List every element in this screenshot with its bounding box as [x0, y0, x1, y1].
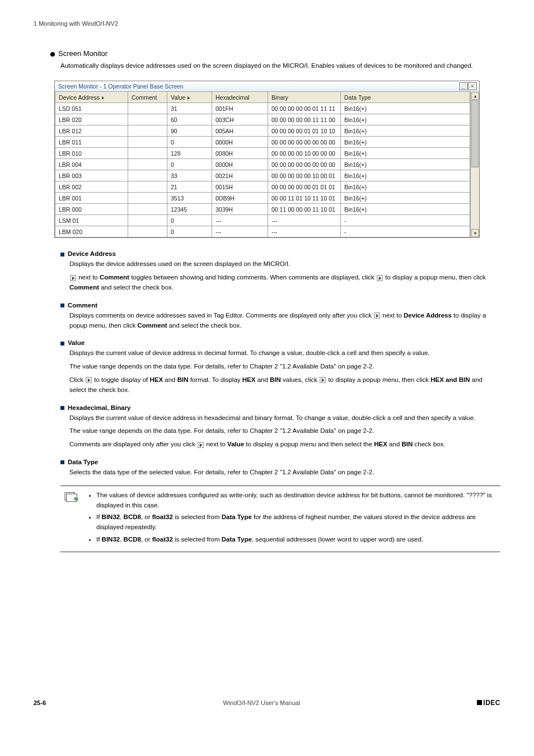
cell-value[interactable]: 0 [167, 215, 212, 226]
cell-comment[interactable] [128, 159, 167, 170]
cell-addr[interactable]: LBR 004 [55, 159, 128, 170]
cell-addr[interactable]: LBR 010 [55, 148, 128, 159]
cell-bin[interactable]: --- [268, 215, 341, 226]
cell-value[interactable]: 0 [167, 137, 212, 148]
cell-hex[interactable]: 0015H [212, 181, 268, 193]
scrollbar[interactable]: ▴ ▾ [470, 91, 479, 237]
cell-bin[interactable]: 00 00 00 00 01 01 10 10 [268, 125, 341, 137]
cell-bin[interactable]: 00 00 00 00 00 11 11 00 [268, 114, 341, 125]
cell-hex[interactable]: 0021H [212, 170, 268, 181]
cell-addr[interactable]: LBM 020 [55, 226, 128, 237]
cell-value[interactable]: 31 [167, 103, 212, 114]
cell-comment[interactable] [128, 181, 167, 193]
cell-bin[interactable]: 00 00 11 01 10 11 10 01 [268, 193, 341, 204]
cell-addr[interactable]: LBR 003 [55, 170, 128, 181]
cell-value[interactable]: 12345 [167, 204, 212, 215]
scroll-up-icon[interactable]: ▴ [471, 92, 479, 100]
cell-hex[interactable]: 001FH [212, 103, 268, 114]
cell-dtype[interactable]: - [341, 215, 470, 226]
cell-addr[interactable]: LSD 051 [55, 103, 128, 114]
cell-dtype[interactable]: Bin16(+) [341, 137, 470, 148]
cell-hex[interactable]: --- [212, 215, 268, 226]
cell-value[interactable]: 0 [167, 159, 212, 170]
cell-addr[interactable]: LBR 020 [55, 114, 128, 125]
cell-hex[interactable]: --- [212, 226, 268, 237]
cell-hex[interactable]: 0000H [212, 159, 268, 170]
table-row[interactable]: LBM 0200------- [55, 226, 470, 237]
cell-value[interactable]: 90 [167, 125, 212, 137]
cell-dtype[interactable]: Bin16(+) [341, 170, 470, 181]
cell-addr[interactable]: LSM 01 [55, 215, 128, 226]
cell-value[interactable]: 21 [167, 181, 212, 193]
cell-bin[interactable]: 00 00 00 00 10 00 00 00 [268, 148, 341, 159]
table-row[interactable]: LBR 00135130DB9H00 00 11 01 10 11 10 01B… [55, 193, 470, 204]
table-row[interactable]: LSD 05131001FH00 00 00 00 00 01 11 11Bin… [55, 103, 470, 114]
cell-bin[interactable]: 00 00 00 00 00 00 00 00 [268, 137, 341, 148]
close-button[interactable]: × [468, 82, 477, 90]
cell-addr[interactable]: LBR 012 [55, 125, 128, 137]
cell-comment[interactable] [128, 226, 167, 237]
cell-value[interactable]: 0 [167, 226, 212, 237]
scroll-thumb[interactable] [471, 100, 479, 167]
cell-dtype[interactable]: Bin16(+) [341, 181, 470, 193]
scroll-down-icon[interactable]: ▾ [471, 229, 479, 237]
table-row[interactable]: LBR 000123453039H00 11 00 00 00 11 10 01… [55, 204, 470, 215]
col-datatype[interactable]: Data Type [341, 92, 470, 103]
cell-hex[interactable]: 0080H [212, 148, 268, 159]
cell-hex[interactable]: 3039H [212, 204, 268, 215]
col-hex[interactable]: Hexadecimal [212, 92, 268, 103]
col-comment[interactable]: Comment [128, 92, 167, 103]
cell-bin[interactable]: --- [268, 226, 341, 237]
cell-comment[interactable] [128, 114, 167, 125]
cell-comment[interactable] [128, 103, 167, 114]
col-device-address[interactable]: Device Address [55, 92, 128, 103]
cell-comment[interactable] [128, 125, 167, 137]
cell-value[interactable]: 60 [167, 114, 212, 125]
cell-value[interactable]: 33 [167, 170, 212, 181]
cell-comment[interactable] [128, 193, 167, 204]
dropdown-icon[interactable] [188, 96, 190, 100]
table-row[interactable]: LBR 002210015H00 00 00 00 00 01 01 01Bin… [55, 181, 470, 193]
cell-bin[interactable]: 00 00 00 00 00 00 00 00 [268, 159, 341, 170]
cell-dtype[interactable]: Bin16(+) [341, 193, 470, 204]
cell-bin[interactable]: 00 00 00 00 00 01 01 01 [268, 181, 341, 193]
cell-dtype[interactable]: Bin16(+) [341, 148, 470, 159]
cell-dtype[interactable]: Bin16(+) [341, 103, 470, 114]
note-box: The values of device addresses configure… [60, 486, 500, 552]
cell-addr[interactable]: LBR 000 [55, 204, 128, 215]
cell-addr[interactable]: LBR 002 [55, 181, 128, 193]
cell-hex[interactable]: 005AH [212, 125, 268, 137]
cell-dtype[interactable]: Bin16(+) [341, 159, 470, 170]
col-binary[interactable]: Binary [268, 92, 341, 103]
cell-comment[interactable] [128, 215, 167, 226]
cell-dtype[interactable]: - [341, 226, 470, 237]
cell-bin[interactable]: 00 11 00 00 00 11 10 01 [268, 204, 341, 215]
table-row[interactable]: LBR 01100000H00 00 00 00 00 00 00 00Bin1… [55, 137, 470, 148]
cell-dtype[interactable]: Bin16(+) [341, 204, 470, 215]
cell-hex[interactable]: 003CH [212, 114, 268, 125]
note-item: The values of device addresses configure… [96, 491, 497, 511]
dropdown-icon[interactable] [102, 96, 104, 100]
cell-comment[interactable] [128, 170, 167, 181]
col-value[interactable]: Value [167, 92, 212, 103]
cell-value[interactable]: 128 [167, 148, 212, 159]
table-row[interactable]: LBR 01290005AH00 00 00 00 01 01 10 10Bin… [55, 125, 470, 137]
cell-hex[interactable]: 0DB9H [212, 193, 268, 204]
cell-bin[interactable]: 00 00 00 00 00 10 00 01 [268, 170, 341, 181]
table-row[interactable]: LSM 010------- [55, 215, 470, 226]
table-row[interactable]: LBR 02060003CH00 00 00 00 00 11 11 00Bin… [55, 114, 470, 125]
cell-hex[interactable]: 0000H [212, 137, 268, 148]
cell-dtype[interactable]: Bin16(+) [341, 114, 470, 125]
cell-value[interactable]: 3513 [167, 193, 212, 204]
table-row[interactable]: LBR 003330021H00 00 00 00 00 10 00 01Bin… [55, 170, 470, 181]
cell-comment[interactable] [128, 137, 167, 148]
minimize-button[interactable]: _ [459, 82, 468, 90]
table-row[interactable]: LBR 0101280080H00 00 00 00 10 00 00 00Bi… [55, 148, 470, 159]
cell-bin[interactable]: 00 00 00 00 00 01 11 11 [268, 103, 341, 114]
table-row[interactable]: LBR 00400000H00 00 00 00 00 00 00 00Bin1… [55, 159, 470, 170]
cell-addr[interactable]: LBR 011 [55, 137, 128, 148]
cell-comment[interactable] [128, 204, 167, 215]
cell-comment[interactable] [128, 148, 167, 159]
cell-dtype[interactable]: Bin16(+) [341, 125, 470, 137]
cell-addr[interactable]: LBR 001 [55, 193, 128, 204]
